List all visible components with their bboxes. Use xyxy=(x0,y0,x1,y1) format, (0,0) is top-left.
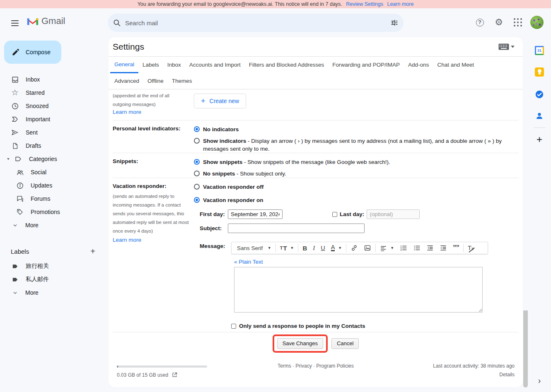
tab-inbox[interactable]: Inbox xyxy=(163,57,185,73)
show-snippets-radio[interactable] xyxy=(194,159,200,165)
save-changes-button[interactable]: Save Changes xyxy=(277,338,323,349)
contacts-only-checkbox[interactable] xyxy=(231,324,236,329)
footer-links[interactable]: Terms · Privacy · Program Policies xyxy=(216,363,415,378)
expander-triangle-icon[interactable] xyxy=(6,156,11,161)
input-tools-button[interactable] xyxy=(498,43,515,50)
sidebar-item-drafts[interactable]: Drafts xyxy=(0,139,106,152)
search-options-icon[interactable] xyxy=(390,19,399,27)
sidebar-item-label: Snoozed xyxy=(26,103,48,109)
apps-button[interactable] xyxy=(510,14,526,31)
create-new-signature-button[interactable]: + Create new xyxy=(194,94,246,108)
insert-link-icon[interactable] xyxy=(348,242,361,254)
sidebar: Compose Inbox ☆ Starred Snoozed Importan… xyxy=(0,36,106,299)
bold-button[interactable]: B xyxy=(300,242,310,254)
cancel-button[interactable]: Cancel xyxy=(331,338,359,349)
sidebar-label-personal[interactable]: 私人邮件 xyxy=(0,273,106,286)
get-addons-button[interactable]: + xyxy=(531,131,548,148)
header: Gmail ? ⚙ xyxy=(0,8,551,36)
create-label-icon[interactable]: + xyxy=(90,247,95,256)
vacation-message-textarea[interactable] xyxy=(234,267,483,313)
vertical-scrollbar[interactable] xyxy=(523,310,528,387)
insert-image-icon[interactable] xyxy=(361,242,374,254)
tab-filters[interactable]: Filters and Blocked Addresses xyxy=(245,57,329,73)
review-settings-link[interactable]: Review Settings xyxy=(346,1,383,7)
no-snippets-label: No snippets - Show subject only. xyxy=(203,170,286,178)
external-link-icon[interactable] xyxy=(172,372,178,378)
sidebar-label-travel[interactable]: 旅行相关 xyxy=(0,260,106,273)
vacation-on-label: Vacation responder on xyxy=(203,196,263,204)
sidebar-item-starred[interactable]: ☆ Starred xyxy=(0,86,106,99)
show-side-panel-icon[interactable]: › xyxy=(538,376,541,385)
settings-button[interactable]: ⚙ xyxy=(491,14,507,31)
vacation-label: Vacation responder: xyxy=(113,183,194,189)
sidebar-item-label: Categories xyxy=(29,156,57,162)
sidebar-item-updates[interactable]: Updates xyxy=(0,179,106,192)
sidebar-item-inbox[interactable]: Inbox xyxy=(0,73,106,86)
search-bar[interactable] xyxy=(108,14,404,32)
tab-general[interactable]: General xyxy=(110,57,138,73)
tasks-button[interactable] xyxy=(531,86,548,103)
tab-themes[interactable]: Themes xyxy=(168,73,196,89)
no-indicators-radio[interactable] xyxy=(194,126,200,132)
details-link[interactable]: Details xyxy=(415,372,515,378)
sidebar-item-more[interactable]: More xyxy=(0,219,106,232)
search-input[interactable] xyxy=(125,19,390,26)
remove-formatting-icon[interactable]: Tx xyxy=(465,242,476,254)
tab-forwarding[interactable]: Forwarding and POP/IMAP xyxy=(328,57,404,73)
first-day-input[interactable] xyxy=(228,209,283,219)
contacts-button[interactable] xyxy=(531,108,548,124)
keep-button[interactable] xyxy=(531,64,548,80)
settings-card: Settings General Labels Inbox Accounts a… xyxy=(109,37,523,387)
banner-text: You are forwarding your email to googlev… xyxy=(138,1,342,7)
font-family-select[interactable]: Sans Serif ▼ xyxy=(234,242,274,254)
account-button[interactable] xyxy=(529,14,545,31)
compose-button[interactable]: Compose xyxy=(4,41,61,64)
sidebar-item-snoozed[interactable]: Snoozed xyxy=(0,99,106,113)
vacation-learn-more-link[interactable]: Learn more xyxy=(113,237,194,243)
tab-advanced[interactable]: Advanced xyxy=(110,73,143,89)
sidebar-item-label: Promotions xyxy=(31,209,60,215)
subject-input[interactable] xyxy=(228,224,365,233)
italic-button[interactable]: I xyxy=(310,242,318,254)
bulleted-list-icon[interactable] xyxy=(410,242,423,254)
page-title: Settings xyxy=(113,42,144,52)
tab-chat-and-meet[interactable]: Chat and Meet xyxy=(433,57,478,73)
no-snippets-radio[interactable] xyxy=(194,171,200,176)
sidebar-item-categories[interactable]: Categories xyxy=(0,152,106,166)
tab-addons[interactable]: Add-ons xyxy=(404,57,433,73)
vacation-responder-section: Vacation responder: (sends an automated … xyxy=(113,178,519,332)
tab-accounts-and-import[interactable]: Accounts and Import xyxy=(185,57,245,73)
sidebar-labels-more[interactable]: More xyxy=(0,286,106,299)
indent-more-icon[interactable] xyxy=(437,242,450,254)
calendar-button[interactable]: 31 xyxy=(531,42,548,59)
last-day-input[interactable] xyxy=(367,209,420,219)
align-button[interactable]: ▼ xyxy=(377,242,397,254)
sidebar-item-forums[interactable]: Forums xyxy=(0,192,106,205)
sidebar-item-label: More xyxy=(25,289,39,296)
underline-button[interactable]: U xyxy=(318,242,328,254)
tab-offline[interactable]: Offline xyxy=(143,73,168,89)
signature-learn-more-link[interactable]: Learn more xyxy=(113,109,194,115)
sidebar-item-social[interactable]: Social xyxy=(0,166,106,179)
main-menu-icon[interactable] xyxy=(10,17,20,27)
tasks-icon xyxy=(535,90,544,99)
help-button[interactable]: ? xyxy=(471,14,488,31)
vacation-off-radio[interactable] xyxy=(194,184,200,190)
sidebar-item-important[interactable]: Important xyxy=(0,113,106,126)
banner-learn-more-link[interactable]: Learn more xyxy=(387,1,413,7)
sidebar-item-label: Updates xyxy=(31,182,52,189)
sidebar-item-label: More xyxy=(25,222,39,228)
important-icon xyxy=(11,115,19,123)
last-day-checkbox[interactable] xyxy=(332,212,337,217)
text-color-button[interactable]: A ▼ xyxy=(328,242,345,254)
quote-icon[interactable]: ”” xyxy=(450,242,462,254)
indent-less-icon[interactable] xyxy=(423,242,437,254)
font-size-button[interactable]: TT ▼ xyxy=(277,242,297,254)
vacation-on-radio[interactable] xyxy=(194,197,200,203)
numbered-list-icon[interactable] xyxy=(397,242,410,254)
show-indicators-radio[interactable] xyxy=(194,138,200,144)
sidebar-item-promotions[interactable]: Promotions xyxy=(0,205,106,219)
plain-text-link[interactable]: « Plain Text xyxy=(234,259,263,265)
tab-labels[interactable]: Labels xyxy=(138,57,163,73)
sidebar-item-sent[interactable]: Sent xyxy=(0,126,106,139)
